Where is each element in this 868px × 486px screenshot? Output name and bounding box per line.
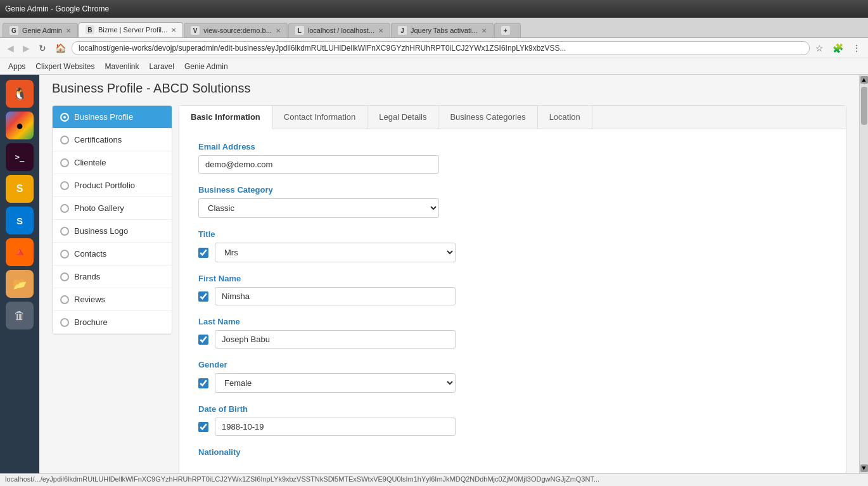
side-nav-label-brands: Brands xyxy=(74,272,100,281)
browser-tab-tab3[interactable]: Vview-source:demo.b...✕ xyxy=(184,23,288,37)
tab-nav-item-basic-info[interactable]: Basic Information xyxy=(179,106,272,129)
tab-nav-item-legal-details[interactable]: Legal Details xyxy=(367,106,438,129)
radio-certifications xyxy=(60,136,69,144)
menu-button[interactable]: ⋮ xyxy=(849,42,864,54)
gender-label: Gender xyxy=(198,360,827,369)
side-nav-label-contacts: Contacts xyxy=(74,249,106,259)
taskbar-icon-files[interactable]: 📂 xyxy=(6,270,34,298)
form-content: Email Address Business Category ClassicP… xyxy=(179,129,846,473)
side-nav-item-brands[interactable]: Brands xyxy=(53,265,172,288)
last-name-input[interactable] xyxy=(215,330,456,349)
browser-title: Genie Admin - Google Chrome xyxy=(5,4,109,13)
tab-nav-item-location[interactable]: Location xyxy=(538,106,592,129)
radio-contacts xyxy=(60,250,69,259)
side-nav-label-reviews: Reviews xyxy=(74,295,105,304)
content-area: 🐧●>_SS🔺📂🗑 Business Profile - ABCD Soluti… xyxy=(0,75,868,473)
tab-nav-item-business-categories[interactable]: Business Categories xyxy=(438,106,537,129)
side-nav-label-photo-gallery: Photo Gallery xyxy=(74,203,124,213)
dob-row xyxy=(198,418,827,436)
title-select[interactable]: MrMrsMsDrProf xyxy=(215,243,456,262)
tab-bar: GGenie Admin✕BBizme | Server Profil...✕V… xyxy=(0,18,868,38)
taskbar-icon-ubuntu[interactable]: 🐧 xyxy=(6,80,34,108)
browser-tab-tab1[interactable]: GGenie Admin✕ xyxy=(3,23,78,37)
category-label: Business Category xyxy=(198,185,827,195)
category-select[interactable]: ClassicPremiumStandardEnterprise xyxy=(198,198,439,218)
gender-checkbox[interactable] xyxy=(198,378,208,388)
side-nav-item-certifications[interactable]: Certifications xyxy=(53,129,172,151)
back-button[interactable]: ◀ xyxy=(4,42,17,54)
browser-tab-tab5[interactable]: JJquery Tabs activati...✕ xyxy=(391,23,494,37)
last-name-row xyxy=(198,330,827,349)
side-nav-item-brochure[interactable]: Brochure xyxy=(53,311,172,334)
tab-nav: Basic InformationContact InformationLega… xyxy=(179,106,846,129)
gender-group: Gender MaleFemaleOther xyxy=(198,360,827,393)
nationality-label: Nationality xyxy=(198,447,827,457)
tab-nav-item-contact-info[interactable]: Contact Information xyxy=(272,106,367,129)
status-url: localhost/.../eyJpdil6lkdmRUtLUHlDellkWl… xyxy=(5,475,599,483)
side-nav-item-business-logo[interactable]: Business Logo xyxy=(53,220,172,243)
bookmark-laravel[interactable]: Laravel xyxy=(146,61,177,72)
nationality-group: Nationality xyxy=(198,447,827,457)
radio-brochure xyxy=(60,318,69,327)
taskbar-icon-chrome[interactable]: ● xyxy=(6,112,34,139)
side-nav-item-business-profile[interactable]: Business Profile xyxy=(53,106,172,129)
taskbar-icon-sublime-text[interactable]: S xyxy=(6,175,34,203)
email-group: Email Address xyxy=(198,142,827,174)
side-nav-item-product-portfolio[interactable]: Product Portfolio xyxy=(53,174,172,197)
first-name-input[interactable] xyxy=(215,287,456,305)
last-name-checkbox[interactable] xyxy=(198,335,208,345)
side-nav-label-clientele: Clientele xyxy=(74,158,106,167)
title-checkbox[interactable] xyxy=(198,248,208,258)
gender-row: MaleFemaleOther xyxy=(198,373,827,393)
radio-product-portfolio xyxy=(60,181,69,190)
taskbar-icon-vlc[interactable]: 🔺 xyxy=(6,238,34,266)
side-nav-label-certifications: Certifications xyxy=(74,135,122,144)
reload-button[interactable]: ↻ xyxy=(35,42,49,54)
email-label: Email Address xyxy=(198,142,827,151)
gender-select[interactable]: MaleFemaleOther xyxy=(215,373,456,393)
forward-button[interactable]: ▶ xyxy=(20,42,33,54)
radio-brands xyxy=(60,272,69,281)
browser-tab-tab6[interactable]: + xyxy=(494,23,521,37)
title-bar: Genie Admin - Google Chrome xyxy=(0,0,868,18)
browser-tab-tab4[interactable]: Llocalhost / localhost...✕ xyxy=(288,23,390,37)
bookmark-button[interactable]: ☆ xyxy=(812,42,827,54)
page-content: Business Profile - ABCD Solutionss Busin… xyxy=(39,75,859,473)
first-name-group: First Name xyxy=(198,274,827,305)
last-name-label: Last Name xyxy=(198,317,827,326)
side-nav-item-clientele[interactable]: Clientele xyxy=(53,151,172,174)
dob-group: Date of Birth xyxy=(198,404,827,436)
side-nav-item-photo-gallery[interactable]: Photo Gallery xyxy=(53,197,172,220)
taskbar-icon-skype[interactable]: S xyxy=(6,207,34,234)
dob-input[interactable] xyxy=(215,418,456,436)
tab-panel-container: Basic InformationContact InformationLega… xyxy=(179,105,846,473)
bookmark-apps[interactable]: Apps xyxy=(5,61,29,72)
page-title: Business Profile - ABCD Solutionss xyxy=(52,81,846,96)
taskbar: 🐧●>_SS🔺📂🗑 xyxy=(0,75,39,473)
bookmark-genie-admin[interactable]: Genie Admin xyxy=(181,61,231,72)
status-bar: localhost/.../eyJpdil6lkdmRUtLUHlDellkWl… xyxy=(0,473,868,486)
browser-tab-tab2[interactable]: BBizme | Server Profil...✕ xyxy=(79,22,183,37)
title-label: Title xyxy=(198,229,827,239)
taskbar-icon-terminal[interactable]: >_ xyxy=(6,143,34,171)
side-nav-label-brochure: Brochure xyxy=(74,317,108,327)
bookmark-mavenlink[interactable]: Mavenlink xyxy=(102,61,143,72)
home-button[interactable]: 🏠 xyxy=(52,42,69,54)
bookmarks-bar: AppsClixpert WebsitesMavenlinkLaravelGen… xyxy=(0,58,868,75)
title-row: MrMrsMsDrProf xyxy=(198,243,827,262)
browser-window: Genie Admin - Google Chrome GGenie Admin… xyxy=(0,0,868,486)
email-input[interactable] xyxy=(198,155,439,174)
side-nav: Business ProfileCertificationsClienteleP… xyxy=(52,105,172,335)
taskbar-icon-trash[interactable]: 🗑 xyxy=(6,302,34,329)
category-group: Business Category ClassicPremiumStandard… xyxy=(198,185,827,218)
side-nav-item-contacts[interactable]: Contacts xyxy=(53,243,172,265)
scrollbar[interactable]: ▲ ▼ xyxy=(859,75,868,473)
bookmark-clixpert-websites[interactable]: Clixpert Websites xyxy=(32,61,98,72)
side-nav-label-product-portfolio: Product Portfolio xyxy=(74,181,135,190)
side-nav-item-reviews[interactable]: Reviews xyxy=(53,288,172,311)
address-bar[interactable] xyxy=(72,41,810,55)
dob-checkbox[interactable] xyxy=(198,422,208,432)
dob-label: Date of Birth xyxy=(198,404,827,414)
first-name-checkbox[interactable] xyxy=(198,291,208,302)
extensions-button[interactable]: 🧩 xyxy=(829,42,846,54)
